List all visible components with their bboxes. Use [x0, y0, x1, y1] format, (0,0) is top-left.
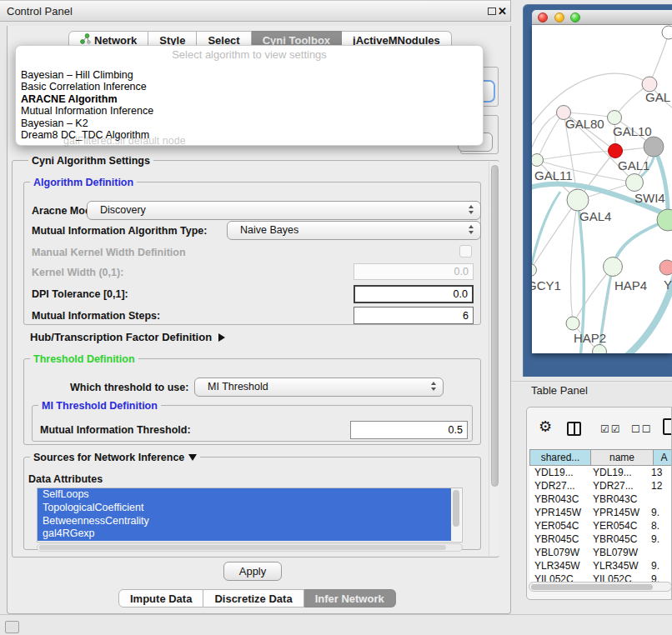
which-threshold-label: Which threshold to use:: [70, 382, 188, 393]
network-canvas[interactable]: GALGAL80GAL10GAL1GAL11GAL4SWI4GCY1HAP4YH…: [532, 25, 672, 353]
attributes-hscrollbar-thumb[interactable]: [39, 545, 446, 550]
zoom-traffic-light-icon[interactable]: [570, 12, 580, 22]
bottom-tab-impute-data[interactable]: Impute Data: [118, 589, 203, 608]
table-row[interactable]: YER054CYER054C8.: [529, 519, 672, 532]
document-icon[interactable]: [663, 418, 672, 435]
bottom-tab-discretize-data[interactable]: Discretize Data: [203, 589, 303, 608]
checked-boxes-icon[interactable]: ☑☑: [600, 423, 622, 435]
mi-type-combobox[interactable]: Naive Bayes: [227, 221, 481, 240]
table-row[interactable]: YBR045CYBR045C9.: [529, 532, 672, 546]
mi-threshold-label: Mutual Information Threshold:: [40, 424, 191, 436]
network-node[interactable]: [662, 26, 672, 39]
network-node-hap2[interactable]: [566, 317, 579, 330]
dropdown-item-aracne-algorithm[interactable]: ARACNE Algorithm: [21, 93, 478, 105]
table-cell: YIL052C: [589, 572, 649, 582]
network-node-label: Y: [664, 278, 672, 292]
network-window-titlebar[interactable]: [532, 10, 672, 25]
network-edge: [570, 200, 578, 323]
collapse-arrow-icon: [188, 454, 197, 461]
table-cell: [649, 492, 669, 506]
network-node-gal11[interactable]: [532, 154, 544, 167]
attribute-item-gal4rgexp[interactable]: gal4RGexp: [38, 528, 452, 541]
table-cell: 8.: [649, 519, 669, 532]
minimized-panel-icon[interactable]: [5, 621, 19, 633]
which-threshold-combobox[interactable]: MI Threshold: [194, 378, 444, 397]
attributes-hscrollbar[interactable]: [37, 543, 463, 552]
dropdown-item-bayesian-hill-climbing[interactable]: Bayesian – Hill Climbing: [21, 69, 478, 81]
network-node-hap4[interactable]: [604, 258, 623, 277]
table-cell: 13: [649, 466, 669, 479]
control-panel-titlebar[interactable]: Control Panel ✕: [0, 0, 511, 22]
sources-group-title[interactable]: Sources for Network Inference: [30, 452, 200, 463]
network-node[interactable]: [609, 144, 623, 158]
table-row[interactable]: YPR145WYPR145W9.: [529, 506, 672, 519]
combo-spinner-icon: [469, 225, 474, 234]
settings-scrollbar-thumb[interactable]: [491, 165, 499, 487]
dropdown-item-mutual-information-inference[interactable]: Mutual Information Inference: [21, 105, 478, 117]
table-cell: YPR145W: [529, 506, 589, 519]
network-node-gal4[interactable]: [567, 189, 589, 211]
network-node-gal10[interactable]: [608, 111, 622, 125]
table-row[interactable]: YDL19...YDL19...13: [529, 466, 672, 479]
table-cell: YLR345W: [529, 559, 589, 572]
gear-icon[interactable]: ⚙: [539, 419, 552, 434]
table-hscrollbar[interactable]: [529, 582, 672, 592]
network-view-window[interactable]: GALGAL80GAL10GAL1GAL11GAL4SWI4GCY1HAP4YH…: [523, 4, 672, 377]
algorithm-definition-title: Algorithm Definition: [30, 177, 137, 188]
apply-button[interactable]: Apply: [223, 562, 282, 581]
mi-threshold-input[interactable]: [350, 421, 468, 439]
table-row[interactable]: YIL052CYIL052C9.: [529, 572, 672, 582]
network-node[interactable]: [644, 137, 664, 157]
attributes-scrollbar-thumb[interactable]: [453, 490, 459, 527]
column-header-shared[interactable]: shared...: [529, 449, 591, 466]
dropdown-item-list: Bayesian – Hill ClimbingBasic Correlatio…: [21, 69, 478, 141]
table-header-row: shared...nameA: [529, 449, 672, 466]
table-cell: YDR27...: [529, 479, 589, 492]
table-cell: 9.: [649, 506, 669, 519]
network-node-y[interactable]: [659, 260, 672, 275]
network-node-gcy1[interactable]: [532, 264, 537, 277]
mi-threshold-definition-title-text: MI Threshold Definition: [42, 400, 158, 412]
hub-definition-label: Hub/Transcription Factor Definition: [30, 331, 212, 343]
attributes-list-scrollbar[interactable]: [451, 488, 461, 541]
float-panel-icon[interactable]: [488, 8, 496, 15]
close-traffic-light-icon[interactable]: [538, 12, 548, 22]
network-node[interactable]: [593, 345, 607, 354]
attribute-item-betweennesscentrality[interactable]: BetweennessCentrality: [38, 515, 452, 528]
dropdown-item-basic-correlation-inference[interactable]: Basic Correlation Inference: [21, 81, 478, 92]
network-node-gal1[interactable]: [626, 174, 644, 192]
column-header-name[interactable]: name: [591, 449, 654, 466]
settings-scrollbar[interactable]: [489, 162, 499, 556]
column-header-a[interactable]: A: [654, 449, 672, 466]
unchecked-boxes-icon[interactable]: ☐☐: [631, 423, 653, 435]
table-cell: YBR043C: [529, 492, 589, 506]
data-attributes-list[interactable]: SelfLoopsTopologicalCoefficientBetweenne…: [37, 488, 463, 542]
attribute-item-selfloops[interactable]: SelfLoops: [38, 488, 452, 502]
table-row[interactable]: YBL079WYBL079W: [529, 546, 672, 559]
minimize-traffic-light-icon[interactable]: [554, 12, 564, 22]
table-panel-divider: [511, 381, 672, 382]
mi-steps-input[interactable]: [354, 307, 474, 324]
table-cell: YIL052C: [529, 572, 589, 582]
dropdown-item-bayesian-k2[interactable]: Bayesian – K2: [21, 118, 478, 129]
tab-label: Infer Network: [315, 590, 384, 608]
manual-kernel-checkbox[interactable]: [459, 245, 472, 258]
data-attributes-label: Data Attributes: [28, 473, 103, 485]
hub-definition-toggle[interactable]: Hub/Transcription Factor Definition: [30, 331, 225, 343]
mi-steps-label: Mutual Information Steps:: [32, 310, 160, 322]
aracne-mode-combobox[interactable]: Discovery: [87, 201, 481, 220]
close-icon[interactable]: ✕: [498, 1, 507, 22]
table-cell: YBR043C: [589, 492, 649, 506]
kernel-width-input[interactable]: [354, 263, 474, 280]
table-hscrollbar-thumb[interactable]: [531, 584, 653, 590]
attribute-item-topologicalcoefficient[interactable]: TopologicalCoefficient: [38, 502, 452, 515]
split-columns-icon[interactable]: [567, 422, 581, 436]
algorithm-definition-title-text: Algorithm Definition: [33, 177, 133, 188]
dpi-tolerance-input[interactable]: [354, 285, 474, 303]
network-node-label: HAP2: [574, 331, 606, 345]
table-row[interactable]: YLR345WYLR345W9.: [529, 559, 672, 572]
table-row[interactable]: YDR27...YDR27...12: [529, 479, 672, 492]
expand-arrow-icon: [218, 333, 225, 342]
table-row[interactable]: YBR043CYBR043C: [529, 492, 672, 506]
bottom-tab-infer-network[interactable]: Infer Network: [304, 589, 396, 608]
